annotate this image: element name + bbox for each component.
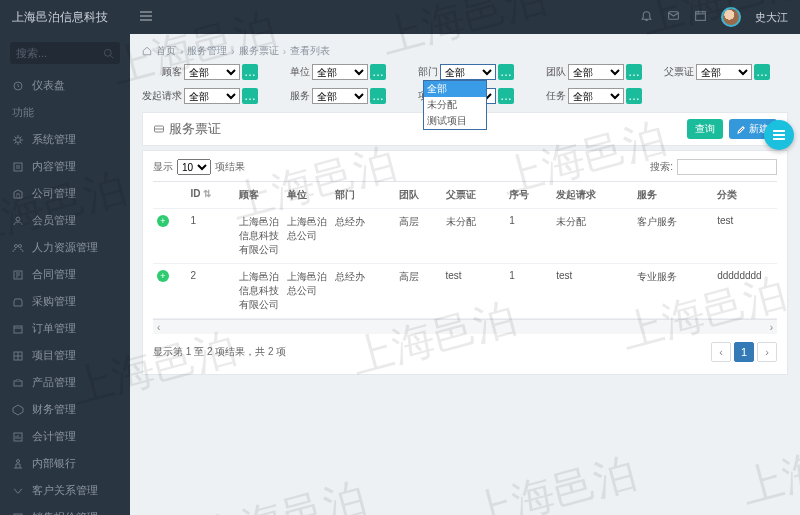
bell-icon[interactable]	[640, 9, 653, 25]
sidebar-item-label: 财务管理	[32, 402, 76, 417]
filter-dept[interactable]: 全部	[440, 64, 496, 80]
sidebar-item-12[interactable]: 财务管理	[0, 396, 130, 423]
filter-parent-add[interactable]: …	[754, 64, 770, 80]
sidebar-item-9[interactable]: 订单管理	[0, 315, 130, 342]
cell: test	[713, 209, 777, 264]
scroll-right-icon[interactable]: ›	[770, 322, 773, 333]
filter-request-add[interactable]: …	[242, 88, 258, 104]
svg-point-4	[16, 137, 21, 142]
sidebar-item-11[interactable]: 产品管理	[0, 369, 130, 396]
sidebar-search[interactable]: 搜索...	[10, 42, 120, 64]
project-option-2[interactable]: 测试项目	[424, 113, 486, 129]
page-prev[interactable]: ‹	[711, 342, 731, 362]
sidebar-icon	[12, 188, 24, 200]
cell: 未分配	[442, 209, 506, 264]
cell: 1	[505, 209, 552, 264]
sidebar-item-16[interactable]: 销售报价管理	[0, 504, 130, 515]
sidebar-item-4[interactable]: 公司管理	[0, 180, 130, 207]
col-3[interactable]: 单位	[283, 182, 331, 209]
col-0[interactable]	[153, 182, 187, 209]
page-next[interactable]: ›	[757, 342, 777, 362]
scroll-left-icon[interactable]: ‹	[157, 322, 160, 333]
sidebar-item-label: 公司管理	[32, 186, 76, 201]
floating-action-button[interactable]	[764, 120, 794, 150]
expand-icon[interactable]: +	[157, 215, 169, 227]
table-row: +2上海邑泊信息科技有限公司上海邑泊总公司总经办高层test1test专业服务d…	[153, 264, 777, 319]
cell: 1	[505, 264, 552, 319]
filter-parent-label: 父票证	[654, 65, 694, 79]
sidebar-item-8[interactable]: 采购管理	[0, 288, 130, 315]
sidebar-item-2[interactable]: 系统管理	[0, 126, 130, 153]
svg-point-9	[19, 244, 22, 247]
page-size[interactable]: 10	[177, 159, 211, 175]
table-scroll[interactable]: ID ⇅顾客单位部门团队父票证序号发起请求服务分类标题描述 +1上海邑泊信息科技…	[153, 181, 777, 320]
crumb-home[interactable]: 首页	[156, 44, 176, 58]
calendar-icon[interactable]	[694, 9, 707, 25]
cell: 总经办	[331, 209, 395, 264]
filter-unit[interactable]: 全部	[312, 64, 368, 80]
filter-unit-add[interactable]: …	[370, 64, 386, 80]
filter-dept-add[interactable]: …	[498, 64, 514, 80]
filter-team-label: 团队	[526, 65, 566, 79]
filter-task[interactable]: 全部	[568, 88, 624, 104]
col-1[interactable]: ID ⇅	[187, 182, 235, 209]
page-current[interactable]: 1	[734, 342, 754, 362]
project-option-0[interactable]: 全部	[424, 81, 486, 97]
sidebar-item-3[interactable]: 内容管理	[0, 153, 130, 180]
sidebar-item-5[interactable]: 会员管理	[0, 207, 130, 234]
filter-team-add[interactable]: …	[626, 64, 642, 80]
filter-customer-add[interactable]: …	[242, 64, 258, 80]
user-name[interactable]: 史大江	[755, 10, 788, 25]
expand-icon[interactable]: +	[157, 270, 169, 282]
table-footer-info: 显示第 1 至 2 项结果，共 2 项	[153, 345, 286, 359]
pagination: ‹ 1 ›	[711, 342, 777, 362]
pencil-icon	[737, 125, 746, 134]
filter-service-add[interactable]: …	[370, 88, 386, 104]
sidebar-icon	[12, 350, 24, 362]
sidebar-item-label: 内容管理	[32, 159, 76, 174]
project-option-1[interactable]: 未分配	[424, 97, 486, 113]
sidebar-item-label: 仪表盘	[32, 78, 65, 93]
sidebar-item-7[interactable]: 合同管理	[0, 261, 130, 288]
sidebar-item-label: 客户关系管理	[32, 483, 98, 498]
filter-parent[interactable]: 全部	[696, 64, 752, 80]
filter-customer[interactable]: 全部	[184, 64, 240, 80]
filter-project-add[interactable]: …	[498, 88, 514, 104]
col-8[interactable]: 发起请求	[552, 182, 633, 209]
mail-icon[interactable]	[667, 9, 680, 25]
sidebar-item-label: 系统管理	[32, 132, 76, 147]
svg-rect-5	[14, 163, 22, 171]
sidebar-item-15[interactable]: 客户关系管理	[0, 477, 130, 504]
sidebar-item-0[interactable]: 仪表盘	[0, 72, 130, 99]
cell: 总经办	[331, 264, 395, 319]
filter-unit-label: 单位	[270, 65, 310, 79]
svg-point-8	[15, 244, 18, 247]
sidebar-item-13[interactable]: 会计管理	[0, 423, 130, 450]
project-dropdown-open[interactable]: 全部 未分配 测试项目	[423, 80, 487, 130]
sidebar-item-label: 产品管理	[32, 375, 76, 390]
sidebar-item-14[interactable]: 内部银行	[0, 450, 130, 477]
horizontal-scrollbar[interactable]: ‹ ›	[153, 320, 777, 334]
sidebar-item-label: 会员管理	[32, 213, 76, 228]
col-2[interactable]: 顾客	[235, 182, 283, 209]
col-7[interactable]: 序号	[505, 182, 552, 209]
sidebar-item-label: 内部银行	[32, 456, 76, 471]
query-button[interactable]: 查询	[687, 119, 723, 139]
table-search-input[interactable]	[677, 159, 777, 175]
col-6[interactable]: 父票证	[442, 182, 506, 209]
col-4[interactable]: 部门	[331, 182, 395, 209]
filter-team[interactable]: 全部	[568, 64, 624, 80]
avatar[interactable]	[721, 7, 741, 27]
col-5[interactable]: 团队	[395, 182, 442, 209]
filter-service[interactable]: 全部	[312, 88, 368, 104]
col-10[interactable]: 分类	[713, 182, 777, 209]
sidebar-item-label: 合同管理	[32, 267, 76, 282]
col-9[interactable]: 服务	[633, 182, 714, 209]
filter-request[interactable]: 全部	[184, 88, 240, 104]
filter-task-add[interactable]: …	[626, 88, 642, 104]
sidebar-item-6[interactable]: 人力资源管理	[0, 234, 130, 261]
crumb-a[interactable]: 服务管理	[187, 44, 227, 58]
crumb-b[interactable]: 服务票证	[239, 44, 279, 58]
sidebar-item-10[interactable]: 项目管理	[0, 342, 130, 369]
menu-toggle[interactable]	[130, 9, 162, 26]
